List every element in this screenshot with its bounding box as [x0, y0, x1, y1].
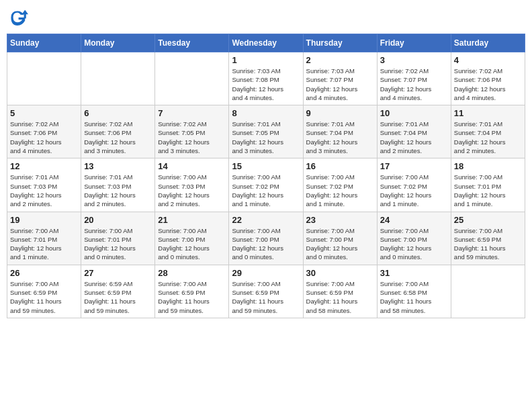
- day-number: 12: [10, 161, 78, 171]
- calendar-cell: 27Sunrise: 6:59 AM Sunset: 6:59 PM Dayli…: [81, 265, 155, 318]
- calendar-week-row: 1Sunrise: 7:03 AM Sunset: 7:08 PM Daylig…: [7, 52, 525, 105]
- day-info: Sunrise: 7:00 AM Sunset: 6:59 PM Dayligh…: [232, 279, 300, 315]
- day-number: 17: [380, 161, 448, 171]
- calendar-week-row: 5Sunrise: 7:02 AM Sunset: 7:06 PM Daylig…: [7, 105, 525, 158]
- weekday-header: Friday: [377, 34, 451, 52]
- day-info: Sunrise: 7:00 AM Sunset: 7:02 PM Dayligh…: [306, 173, 374, 208]
- calendar-cell: [7, 52, 81, 105]
- weekday-header: Thursday: [303, 34, 377, 52]
- day-info: Sunrise: 7:02 AM Sunset: 7:05 PM Dayligh…: [158, 120, 226, 155]
- day-info: Sunrise: 7:00 AM Sunset: 7:03 PM Dayligh…: [158, 173, 226, 208]
- day-info: Sunrise: 7:01 AM Sunset: 7:03 PM Dayligh…: [10, 173, 78, 208]
- weekday-header: Monday: [81, 34, 155, 52]
- day-info: Sunrise: 7:01 AM Sunset: 7:04 PM Dayligh…: [380, 120, 448, 155]
- calendar-cell: 14Sunrise: 7:00 AM Sunset: 7:03 PM Dayli…: [155, 158, 229, 212]
- calendar-cell: 15Sunrise: 7:00 AM Sunset: 7:02 PM Dayli…: [229, 158, 303, 212]
- day-info: Sunrise: 7:00 AM Sunset: 7:02 PM Dayligh…: [232, 173, 300, 208]
- calendar-cell: 30Sunrise: 7:00 AM Sunset: 6:59 PM Dayli…: [303, 265, 377, 318]
- weekday-header: Wednesday: [229, 34, 303, 52]
- day-number: 18: [454, 161, 522, 171]
- calendar-cell: 24Sunrise: 7:00 AM Sunset: 7:00 PM Dayli…: [377, 212, 451, 265]
- day-number: 20: [84, 215, 152, 225]
- day-info: Sunrise: 7:00 AM Sunset: 7:00 PM Dayligh…: [158, 226, 226, 262]
- calendar-cell: 13Sunrise: 7:01 AM Sunset: 7:03 PM Dayli…: [81, 158, 155, 212]
- calendar-cell: 9Sunrise: 7:01 AM Sunset: 7:04 PM Daylig…: [303, 105, 377, 158]
- calendar-cell: 20Sunrise: 7:00 AM Sunset: 7:01 PM Dayli…: [81, 212, 155, 265]
- calendar-cell: 4Sunrise: 7:02 AM Sunset: 7:06 PM Daylig…: [451, 52, 525, 105]
- day-number: 8: [232, 108, 300, 118]
- day-number: 30: [306, 268, 374, 278]
- calendar-cell: 31Sunrise: 7:00 AM Sunset: 6:58 PM Dayli…: [377, 265, 451, 318]
- calendar-cell: 18Sunrise: 7:00 AM Sunset: 7:01 PM Dayli…: [451, 158, 525, 212]
- day-number: 21: [158, 215, 226, 225]
- day-info: Sunrise: 7:02 AM Sunset: 7:07 PM Dayligh…: [380, 66, 448, 102]
- day-number: 13: [84, 161, 152, 171]
- day-info: Sunrise: 7:01 AM Sunset: 7:04 PM Dayligh…: [306, 120, 374, 155]
- day-number: 5: [10, 108, 78, 118]
- logo-icon: [7, 7, 28, 28]
- calendar-cell: 8Sunrise: 7:01 AM Sunset: 7:05 PM Daylig…: [229, 105, 303, 158]
- day-info: Sunrise: 7:03 AM Sunset: 7:08 PM Dayligh…: [232, 66, 300, 102]
- day-number: 3: [380, 55, 448, 65]
- day-number: 9: [306, 108, 374, 118]
- day-info: Sunrise: 7:00 AM Sunset: 7:00 PM Dayligh…: [232, 226, 300, 262]
- day-info: Sunrise: 7:00 AM Sunset: 7:00 PM Dayligh…: [306, 226, 374, 262]
- day-number: 10: [380, 108, 448, 118]
- weekday-header: Sunday: [7, 34, 81, 52]
- weekday-header-row: SundayMondayTuesdayWednesdayThursdayFrid…: [7, 34, 525, 52]
- page-header: [7, 7, 525, 28]
- day-info: Sunrise: 7:03 AM Sunset: 7:07 PM Dayligh…: [306, 66, 374, 102]
- calendar-table: SundayMondayTuesdayWednesdayThursdayFrid…: [7, 34, 525, 318]
- day-info: Sunrise: 7:00 AM Sunset: 6:58 PM Dayligh…: [380, 279, 448, 315]
- calendar-cell: [81, 52, 155, 105]
- calendar-cell: 26Sunrise: 7:00 AM Sunset: 6:59 PM Dayli…: [7, 265, 81, 318]
- day-info: Sunrise: 7:00 AM Sunset: 6:59 PM Dayligh…: [10, 279, 78, 315]
- calendar-cell: [451, 265, 525, 318]
- day-info: Sunrise: 7:00 AM Sunset: 7:00 PM Dayligh…: [380, 226, 448, 262]
- calendar-cell: 23Sunrise: 7:00 AM Sunset: 7:00 PM Dayli…: [303, 212, 377, 265]
- calendar-cell: 28Sunrise: 7:00 AM Sunset: 6:59 PM Dayli…: [155, 265, 229, 318]
- day-number: 27: [84, 268, 152, 278]
- calendar-cell: 29Sunrise: 7:00 AM Sunset: 6:59 PM Dayli…: [229, 265, 303, 318]
- day-info: Sunrise: 7:01 AM Sunset: 7:05 PM Dayligh…: [232, 120, 300, 155]
- calendar-cell: 19Sunrise: 7:00 AM Sunset: 7:01 PM Dayli…: [7, 212, 81, 265]
- day-number: 1: [232, 55, 300, 65]
- calendar-cell: 11Sunrise: 7:01 AM Sunset: 7:04 PM Dayli…: [451, 105, 525, 158]
- calendar-cell: [155, 52, 229, 105]
- calendar-cell: 7Sunrise: 7:02 AM Sunset: 7:05 PM Daylig…: [155, 105, 229, 158]
- calendar-cell: 25Sunrise: 7:00 AM Sunset: 6:59 PM Dayli…: [451, 212, 525, 265]
- weekday-header: Tuesday: [155, 34, 229, 52]
- day-number: 22: [232, 215, 300, 225]
- day-number: 6: [84, 108, 152, 118]
- day-number: 19: [10, 215, 78, 225]
- day-info: Sunrise: 7:02 AM Sunset: 7:06 PM Dayligh…: [10, 120, 78, 155]
- day-number: 25: [454, 215, 522, 225]
- day-info: Sunrise: 7:02 AM Sunset: 7:06 PM Dayligh…: [454, 66, 522, 102]
- calendar-cell: 12Sunrise: 7:01 AM Sunset: 7:03 PM Dayli…: [7, 158, 81, 212]
- day-info: Sunrise: 7:00 AM Sunset: 7:01 PM Dayligh…: [454, 173, 522, 208]
- day-info: Sunrise: 7:00 AM Sunset: 6:59 PM Dayligh…: [158, 279, 226, 315]
- day-info: Sunrise: 7:00 AM Sunset: 7:02 PM Dayligh…: [380, 173, 448, 208]
- day-number: 16: [306, 161, 374, 171]
- calendar-cell: 17Sunrise: 7:00 AM Sunset: 7:02 PM Dayli…: [377, 158, 451, 212]
- calendar-cell: 22Sunrise: 7:00 AM Sunset: 7:00 PM Dayli…: [229, 212, 303, 265]
- day-number: 28: [158, 268, 226, 278]
- day-info: Sunrise: 7:00 AM Sunset: 7:01 PM Dayligh…: [10, 226, 78, 262]
- calendar-cell: 10Sunrise: 7:01 AM Sunset: 7:04 PM Dayli…: [377, 105, 451, 158]
- day-info: Sunrise: 7:01 AM Sunset: 7:03 PM Dayligh…: [84, 173, 152, 208]
- logo: [7, 7, 31, 28]
- day-info: Sunrise: 7:00 AM Sunset: 6:59 PM Dayligh…: [454, 226, 522, 262]
- calendar-cell: 21Sunrise: 7:00 AM Sunset: 7:00 PM Dayli…: [155, 212, 229, 265]
- day-number: 31: [380, 268, 448, 278]
- day-info: Sunrise: 7:00 AM Sunset: 7:01 PM Dayligh…: [84, 226, 152, 262]
- day-info: Sunrise: 7:01 AM Sunset: 7:04 PM Dayligh…: [454, 120, 522, 155]
- calendar-week-row: 26Sunrise: 7:00 AM Sunset: 6:59 PM Dayli…: [7, 265, 525, 318]
- calendar-week-row: 19Sunrise: 7:00 AM Sunset: 7:01 PM Dayli…: [7, 212, 525, 265]
- day-number: 23: [306, 215, 374, 225]
- day-info: Sunrise: 7:00 AM Sunset: 6:59 PM Dayligh…: [306, 279, 374, 315]
- calendar-week-row: 12Sunrise: 7:01 AM Sunset: 7:03 PM Dayli…: [7, 158, 525, 212]
- calendar-cell: 2Sunrise: 7:03 AM Sunset: 7:07 PM Daylig…: [303, 52, 377, 105]
- calendar-cell: 3Sunrise: 7:02 AM Sunset: 7:07 PM Daylig…: [377, 52, 451, 105]
- calendar-cell: 16Sunrise: 7:00 AM Sunset: 7:02 PM Dayli…: [303, 158, 377, 212]
- day-number: 14: [158, 161, 226, 171]
